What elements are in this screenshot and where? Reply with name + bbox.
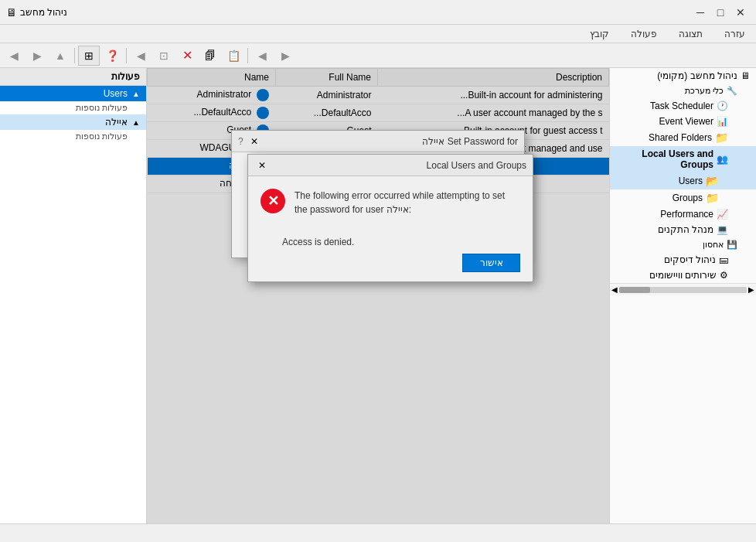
right-tree-groups[interactable]: 📁 Groups	[610, 189, 756, 206]
sub-item-actions1[interactable]: פעולות נוספות	[0, 101, 146, 114]
tb-action6[interactable]: 📋	[223, 46, 244, 66]
error-content: ✕ The following error occurred while att…	[248, 176, 533, 229]
tb-action4[interactable]: ⊡	[153, 46, 175, 66]
left-panel: פעולות ▲ Users פעולות נוספות ▲ איילה פעו…	[0, 68, 147, 523]
right-tree-eventviewer[interactable]: 📊 Event Viewer	[610, 114, 756, 129]
right-panel: 🖥 ניהול מחשב (מקומי) 🔧 כלי מערכת 🕐 Task …	[609, 68, 756, 523]
right-tree-users[interactable]: 📂 Users	[610, 172, 756, 189]
right-tree-performance[interactable]: 📈 Performance	[610, 206, 756, 222]
right-tree-diskmgr[interactable]: 🖴 ניהול דיסקים	[610, 252, 756, 268]
users-folder-icon: 📂	[706, 175, 719, 187]
error-close-button[interactable]: ✕	[254, 158, 270, 173]
disk-icon: 🖴	[719, 254, 728, 265]
status-bar	[0, 523, 756, 542]
title-bar: 🖥 ניהול מחשב ─ □ ✕	[0, 0, 756, 25]
toolbar: ◀ ▶ ▲ ⊞ ❓ ◀ ⊡ ✕ 🗐 📋 ◀ ▶	[0, 43, 756, 68]
menu-file[interactable]: קובץ	[585, 27, 614, 41]
tree-item-ayla[interactable]: ▲ איילה	[0, 114, 146, 130]
right-tree-sharedfolders[interactable]: 📁 Shared Folders	[610, 129, 756, 146]
computer-icon: 🖥	[741, 70, 750, 81]
tb-forward[interactable]: ▶	[26, 46, 48, 66]
right-scrollbar[interactable]: ◀ ▶	[610, 283, 756, 295]
tb-next[interactable]: ▶	[274, 46, 296, 66]
tb-sep2	[126, 48, 127, 63]
title-bar-left: 🖥 ניהול מחשב	[6, 6, 67, 19]
tree-label-users: Users	[104, 88, 128, 99]
right-tree-devicemgr[interactable]: 💻 מנהל התקנים	[610, 222, 756, 237]
folder-icon: 📁	[715, 131, 728, 144]
maximize-button[interactable]: □	[711, 3, 730, 22]
right-tree-localusers[interactable]: 👥 Local Users and Groups	[610, 146, 756, 172]
center-panel: Name Full Name Description Administrator…	[147, 68, 609, 523]
window-title: ניהול מחשב	[20, 7, 67, 18]
tb-back[interactable]: ◀	[3, 46, 25, 66]
sub-item-actions2[interactable]: פעולות נוספות	[0, 130, 146, 143]
tree-label-ayla: איילה	[105, 117, 128, 128]
scroll-left-btn[interactable]: ◀	[611, 285, 618, 294]
error-footer: אישור	[248, 247, 533, 281]
tb-action5[interactable]: 🗐	[199, 46, 221, 66]
scroll-track	[619, 287, 747, 293]
set-password-title: Set Password for איילה	[422, 136, 518, 147]
users-group-icon: 👥	[717, 154, 728, 165]
help-btn-sp[interactable]: ?	[238, 136, 243, 147]
error-dialog: ✕ Local Users and Groups ✕ The following…	[247, 154, 533, 282]
right-tree-services[interactable]: ⚙ שירותים וויישומים	[610, 268, 756, 283]
tb-sep3	[247, 48, 248, 63]
title-bar-controls: ─ □ ✕	[691, 3, 750, 22]
tb-action2[interactable]: ❓	[101, 46, 123, 66]
error-message: The following error occurred while attem…	[295, 189, 520, 216]
scroll-right-btn[interactable]: ▶	[748, 285, 754, 294]
tb-delete[interactable]: ✕	[176, 46, 198, 66]
tree-item-users[interactable]: ▲ Users	[0, 86, 146, 101]
right-tree-computer[interactable]: 🖥 ניהול מחשב (מקומי)	[610, 68, 756, 84]
menu-help[interactable]: עזרה	[720, 27, 750, 41]
set-password-controls: ? ✕	[238, 134, 262, 149]
right-tree-storage[interactable]: 💾 אחסון	[610, 237, 756, 252]
left-panel-header: פעולות	[0, 68, 146, 86]
error-detail: Access is denied.	[248, 237, 533, 247]
tb-action3[interactable]: ◀	[130, 46, 152, 66]
arrow-icon2: ▲	[131, 118, 140, 127]
set-password-dialog: ? ✕ Set Password for איילה OK Cancel ✕	[231, 130, 525, 258]
event-icon: 📊	[717, 116, 728, 127]
right-tree-tools[interactable]: 🔧 כלי מערכת	[610, 84, 756, 98]
close-button[interactable]: ✕	[731, 3, 750, 22]
error-icon: ✕	[261, 189, 285, 213]
device-icon: 💻	[717, 224, 728, 235]
menu-view[interactable]: תצוגה	[674, 27, 707, 41]
groups-icon: 📁	[706, 192, 719, 204]
clock-icon: 🕐	[717, 101, 728, 111]
menu-bar: עזרה תצוגה פעולה קובץ	[0, 25, 756, 43]
set-password-titlebar: ? ✕ Set Password for איילה	[232, 131, 524, 152]
tb-sep1	[74, 48, 75, 63]
right-tree-scheduler[interactable]: 🕐 Task Scheduler	[610, 98, 756, 114]
minimize-button[interactable]: ─	[691, 3, 710, 22]
modal-overlay: ? ✕ Set Password for איילה OK Cancel ✕	[147, 68, 609, 523]
main-layout: פעולות ▲ Users פעולות נוספות ▲ איילה פעו…	[0, 68, 756, 523]
set-password-close[interactable]: ✕	[247, 134, 262, 149]
error-dialog-titlebar: ✕ Local Users and Groups	[248, 155, 533, 176]
app-icon: 🖥	[6, 6, 17, 19]
menu-action[interactable]: פעולה	[626, 27, 662, 41]
error-ok-button[interactable]: אישור	[462, 254, 520, 272]
tb-action1[interactable]: ⊞	[78, 46, 100, 66]
tb-up[interactable]: ▲	[49, 46, 71, 66]
arrow-icon: ▲	[131, 90, 140, 98]
scroll-thumb	[619, 287, 650, 293]
perf-icon: 📈	[717, 209, 728, 220]
tools-icon: 🔧	[727, 86, 737, 96]
services-icon: ⚙	[720, 270, 728, 281]
error-dialog-title: Local Users and Groups	[427, 160, 526, 171]
tb-prev[interactable]: ◀	[251, 46, 273, 66]
storage-icon: 💾	[727, 240, 737, 250]
